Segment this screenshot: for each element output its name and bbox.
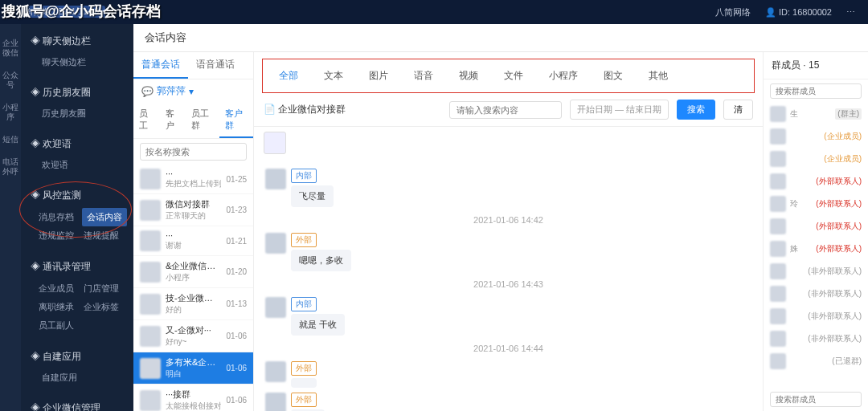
filter-tab[interactable]: 视频 [448, 66, 489, 86]
sidebar-item[interactable]: 消息存档 [37, 208, 82, 226]
filter-tab[interactable]: 文件 [493, 66, 534, 86]
member-item[interactable]: (外部联系人) [764, 170, 868, 193]
sidebar-item[interactable]: 自建应用 [21, 368, 133, 388]
message-search-input[interactable] [449, 101, 562, 119]
page-title: 会话内容 [133, 24, 868, 52]
members-panel: 群成员 · 15 生(群主)(企业成员)(企业成员)(外部联系人)玲(外部联系人… [764, 52, 868, 411]
content-type-filters: 全部文本图片语音视频文件小程序图文其他 [262, 59, 755, 93]
members-search-input[interactable] [770, 83, 862, 99]
member-item[interactable]: 姝(外部联系人) [764, 238, 868, 260]
clear-button[interactable]: 清 [723, 100, 753, 120]
conversation-item[interactable]: 技-企业微接群好的01-13 [133, 288, 253, 320]
message-bubble: 嗯嗯，多收 [291, 250, 351, 271]
filter-tab[interactable]: 语音 [403, 66, 444, 86]
sidebar-item[interactable]: 违规提醒 [82, 226, 127, 245]
avatar [140, 358, 161, 379]
dropdown-icon[interactable]: ⋯ [846, 7, 855, 18]
sidebar-group-head[interactable]: ◈ 风控监测 [21, 185, 133, 206]
filter-tab[interactable]: 其他 [637, 66, 679, 86]
sidebar-item[interactable]: 历史朋友圈 [21, 104, 133, 124]
conversation-item[interactable]: ···先把文档上传到微，这就是直01-25 [133, 165, 253, 194]
sidebar-item[interactable]: 欢迎语 [21, 155, 133, 175]
rail-item[interactable]: 小程序 [0, 96, 21, 128]
rail-item[interactable]: 企业微信 [0, 32, 21, 64]
message-bubble [291, 378, 317, 388]
conv-filter-tab[interactable]: 员工群 [186, 103, 219, 138]
conversation-item[interactable]: &企业微信对···小程序01-20 [133, 256, 253, 288]
member-role: (外部联系人) [816, 198, 862, 210]
conv-filter-tab[interactable]: 员工 [133, 103, 160, 138]
member-role: (企业成员) [824, 131, 862, 142]
msg-tag: 外部 [291, 233, 317, 247]
filter-tab[interactable]: 图片 [358, 66, 399, 86]
conversation-item[interactable]: 多有米&企业微信对接群明白01-06 [133, 352, 253, 385]
members-more-input[interactable] [770, 392, 862, 407]
member-role: (企业成员) [824, 153, 862, 165]
sidebar-group-head[interactable]: ◈ 企业微信管理 [21, 397, 133, 411]
message: 外部明白 [265, 393, 751, 411]
sidebar-item[interactable]: 会话内容 [82, 208, 127, 226]
member-role: (非外部联系人) [808, 266, 862, 277]
timestamp: 2021-01-06 14:44 [265, 344, 751, 353]
member-item[interactable]: (非外部联系人) [764, 305, 868, 328]
filter-tab[interactable]: 图文 [592, 66, 634, 86]
date-range[interactable]: 开始日期 — 结束日期 [570, 100, 669, 120]
conv-search-input[interactable] [140, 143, 247, 161]
member-item[interactable]: 生(群主) [764, 103, 868, 125]
staff-selector[interactable]: 💬 郭萍萍 ▾ [133, 79, 253, 103]
timestamp: 2021-01-06 14:42 [265, 215, 751, 225]
sidebar-item[interactable]: 聊天侧边栏 [21, 52, 133, 72]
filter-tab[interactable]: 小程序 [538, 66, 589, 86]
avatar [140, 326, 161, 347]
member-item[interactable]: (非外部联系人) [764, 328, 868, 350]
avatar [770, 128, 786, 144]
rail-item[interactable]: 短信 [1, 128, 20, 151]
sidebar-group-head[interactable]: ◈ 历史朋友圈 [21, 82, 133, 104]
sidebar-group-head[interactable]: ◈ 通讯录管理 [21, 256, 133, 278]
conversation-item[interactable]: ···接群太能接根创接对01-06 [133, 385, 253, 411]
rail-item[interactable]: 公众号 [0, 64, 21, 96]
sidebar-group-head[interactable]: ◈ 自建应用 [21, 346, 133, 368]
avatar [265, 233, 286, 254]
group-avatar [264, 132, 286, 154]
org-name[interactable]: 八简网络 [715, 6, 751, 18]
avatar [265, 361, 286, 382]
avatar [770, 218, 786, 234]
msg-tag: 内部 [291, 297, 317, 311]
sidebar-item[interactable]: 员工副人 [37, 316, 82, 335]
avatar [770, 196, 786, 212]
avatar [770, 106, 786, 122]
member-item[interactable]: (企业成员) [764, 125, 868, 148]
sidebar-group-head[interactable]: ◈ 聊天侧边栏 [21, 31, 133, 52]
conv-filter-tab[interactable]: 客户群 [219, 103, 253, 138]
sidebar-group-head[interactable]: ◈ 欢迎语 [21, 133, 133, 155]
timestamp: 2021-01-06 14:43 [265, 279, 751, 289]
member-item[interactable]: 玲(外部联系人) [764, 193, 868, 215]
sidebar-item[interactable]: 离职继承 [37, 298, 82, 316]
avatar [770, 286, 786, 302]
conversation-item[interactable]: ···谢谢01-21 [133, 226, 253, 256]
account-id[interactable]: 👤 ID: 16800002 [765, 7, 832, 18]
member-item[interactable]: (非外部联系人) [764, 283, 868, 305]
search-button[interactable]: 搜索 [677, 100, 715, 120]
avatar [770, 241, 786, 257]
member-item[interactable]: (已退群) [764, 350, 868, 372]
member-item[interactable]: (企业成员) [764, 148, 868, 170]
member-item[interactable]: (非外部联系人) [764, 260, 868, 283]
filter-tab[interactable]: 全部 [268, 66, 309, 86]
conv-tab[interactable]: 普通会话 [133, 52, 188, 79]
conversation-item[interactable]: 又-企微对···好ny~01-06 [133, 320, 253, 352]
conv-tab[interactable]: 语音通话 [188, 52, 243, 79]
filter-tab[interactable]: 文本 [313, 66, 354, 86]
sidebar-item[interactable]: 企业标签 [82, 298, 127, 316]
rail-item[interactable]: 电话外呼 [0, 151, 21, 183]
conversation-item[interactable]: 微信对接群正常聊天的01-23 [133, 194, 253, 226]
member-item[interactable]: (外部联系人) [764, 215, 868, 238]
message: 外部 [265, 361, 751, 388]
avatar [770, 353, 786, 369]
conv-filter-tab[interactable]: 客户 [160, 103, 186, 138]
sidebar-item[interactable]: 违规监控 [37, 226, 82, 245]
sidebar-item[interactable]: 门店管理 [82, 279, 127, 298]
message-bubble: 就是 干收 [291, 314, 345, 336]
sidebar-item[interactable]: 企业成员 [37, 279, 82, 298]
